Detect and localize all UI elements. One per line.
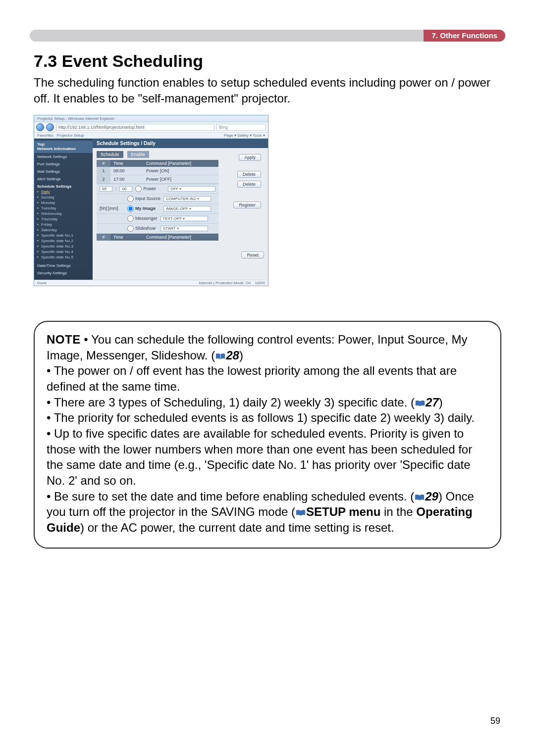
status-zoom[interactable]: 100% xyxy=(255,281,265,285)
note-setup-menu: SETUP menu xyxy=(306,505,380,518)
favorites-bar: Favorites Projector Setup Page ▾ Safety … xyxy=(34,133,268,139)
hh-field[interactable]: 09 xyxy=(100,186,112,192)
radio-messenger[interactable] xyxy=(127,215,134,222)
sidebar-schedule-spec5[interactable]: Specific date No.5 xyxy=(34,254,93,260)
book-icon xyxy=(215,353,226,360)
forward-icon[interactable] xyxy=(46,123,54,131)
sidebar-schedule-spec3[interactable]: Specific date No.3 xyxy=(34,244,93,249)
slideshow-select[interactable]: START xyxy=(160,226,208,231)
th-num: # xyxy=(97,160,110,167)
page-ref-28: 28 xyxy=(226,349,239,362)
sidebar-schedule-saturday[interactable]: Saturday xyxy=(34,227,93,233)
table-row: 2 17:00 Power [OFF] xyxy=(97,175,218,184)
chapter-header-bar: 7. Other Functions xyxy=(30,30,505,42)
status-zone: Internet | Protected Mode: On xyxy=(199,281,251,285)
note-bullet-5: • Up to five specific dates are availabl… xyxy=(47,426,488,489)
note-bullet-6d: in the xyxy=(380,505,416,518)
register-button[interactable]: Register xyxy=(233,202,261,208)
note-lead: NOTE xyxy=(47,333,81,346)
editor-row-power: 09 : 00 Power OFF xyxy=(97,184,218,194)
reg-time-label: [hh]:[mm] xyxy=(100,206,124,211)
table-header: # Time Command [Parameter] xyxy=(97,160,218,167)
radio-myimage[interactable] xyxy=(127,205,134,212)
sidebar-item-security[interactable]: Security Settings xyxy=(34,269,93,277)
delete-button-2[interactable]: Delete xyxy=(237,181,261,188)
th-time: Time xyxy=(110,160,143,167)
sidebar-schedule-spec4[interactable]: Specific date No.4 xyxy=(34,249,93,254)
sidebar-schedule-header: Schedule Settings xyxy=(34,183,93,189)
note-bullet-3a: • There are 3 types of Scheduling, 1) da… xyxy=(47,396,415,409)
search-box[interactable]: Bing xyxy=(216,124,266,131)
note-bullet-1a: • You can schedule the following control… xyxy=(47,333,468,362)
myimage-select[interactable]: IMAGE-OFF xyxy=(163,206,211,211)
action-column: Apply Delete Delete Register xyxy=(222,151,264,241)
delete-button-1[interactable]: Delete xyxy=(237,171,261,178)
window-titlebar: Projector Setup - Windows Internet Explo… xyxy=(34,115,268,122)
sidebar-schedule-thursday[interactable]: Thursday xyxy=(34,216,93,222)
active-tab[interactable]: Projector Setup xyxy=(57,133,84,138)
book-icon xyxy=(295,509,306,517)
input-select[interactable]: COMPUTER IN1 xyxy=(163,196,211,202)
mm-field[interactable]: 00 xyxy=(119,186,132,192)
page-ref-29: 29 xyxy=(425,490,438,503)
sidebar-schedule-tuesday[interactable]: Tuesday xyxy=(34,205,93,211)
sidebar-schedule-friday[interactable]: Friday xyxy=(34,222,93,227)
sidebar-schedule-sunday[interactable]: Sunday xyxy=(34,195,93,200)
editor-row-input: Input Source COMPUTER IN1 xyxy=(97,194,218,204)
sidebar-item-alert[interactable]: Alert Settings xyxy=(34,175,93,183)
th-command: Command [Parameter] xyxy=(143,160,218,167)
intro-paragraph: The scheduling function enables to setup… xyxy=(34,75,501,107)
browser-tools[interactable]: Page ▾ Safety ▾ Tools ▾ xyxy=(224,133,265,138)
note-bullet-6a: • Be sure to set the date and time befor… xyxy=(47,490,414,503)
sidebar-schedule-monday[interactable]: Monday xyxy=(34,200,93,205)
chapter-label: 7. Other Functions xyxy=(424,30,505,42)
sidebar-item-mail[interactable]: Mail Settings xyxy=(34,168,93,175)
page-number: 59 xyxy=(490,716,500,726)
editor-row-messenger: Messenger TEXT-OFF xyxy=(97,214,218,224)
book-icon xyxy=(414,494,425,502)
apply-button[interactable]: Apply xyxy=(239,154,261,161)
book-icon xyxy=(415,400,426,407)
note-bullet-4: • The priority for scheduled events is a… xyxy=(47,410,488,426)
schedule-chip: Schedule xyxy=(97,151,123,158)
sidebar-schedule-spec1[interactable]: Specific date No.1 xyxy=(34,233,93,238)
radio-input[interactable] xyxy=(127,196,134,202)
enable-chip[interactable]: Enable xyxy=(127,151,149,158)
sidebar-item-network[interactable]: Network Settings xyxy=(34,153,93,160)
panel-title: Schedule Settings / Daily xyxy=(93,139,268,148)
browser-toolbar: http://192.168.1.10/html/projectorsetup.… xyxy=(34,122,268,133)
address-bar[interactable]: http://192.168.1.10/html/projectorsetup.… xyxy=(56,124,214,131)
editor-row-slideshow: Slideshow START xyxy=(97,224,218,234)
editor-row-myimage: [hh]:[mm] My Image IMAGE-OFF xyxy=(97,204,218,214)
sidebar-schedule-daily[interactable]: Daily xyxy=(34,189,93,195)
status-bar: Done Internet | Protected Mode: On 100% xyxy=(34,280,268,286)
back-icon[interactable] xyxy=(36,123,44,131)
favorites-label[interactable]: Favorites xyxy=(37,133,54,138)
status-left: Done xyxy=(37,281,47,285)
sidebar-schedule-wednesday[interactable]: Wednesday xyxy=(34,211,93,216)
messenger-select[interactable]: TEXT-OFF xyxy=(160,216,208,221)
power-select[interactable]: OFF xyxy=(168,186,215,192)
note-bullet-6f: ) or the AC power, the current date and … xyxy=(80,521,394,534)
sidebar-schedule-spec2[interactable]: Specific date No.2 xyxy=(34,238,93,244)
section-title: 7.3 Event Scheduling xyxy=(34,51,501,71)
note-bullet-3b: ) xyxy=(439,396,443,409)
sidebar-top[interactable]: Top: Network Information xyxy=(34,141,93,153)
sidebar-item-port[interactable]: Port Settings xyxy=(34,160,93,168)
radio-power[interactable] xyxy=(135,186,142,192)
radio-slideshow[interactable] xyxy=(127,225,134,232)
page-ref-27: 27 xyxy=(426,396,439,409)
table-header-2: # Time Command [Parameter] xyxy=(97,234,218,241)
main-panel: Schedule Settings / Daily Schedule Enabl… xyxy=(93,139,268,280)
sidebar-item-datetime[interactable]: Date/Time Settings xyxy=(34,262,93,269)
settings-sidebar: Top: Network Information Network Setting… xyxy=(34,139,93,280)
table-row: 1 08:00 Power [ON] xyxy=(97,167,218,175)
note-bullet-1b: ) xyxy=(239,349,243,362)
note-bullet-2: • The power on / off event has the lowes… xyxy=(47,363,488,394)
reset-button[interactable]: Reset xyxy=(241,252,264,258)
note-box: NOTE • You can schedule the following co… xyxy=(34,321,501,549)
embedded-screenshot: Projector Setup - Windows Internet Explo… xyxy=(34,115,268,286)
